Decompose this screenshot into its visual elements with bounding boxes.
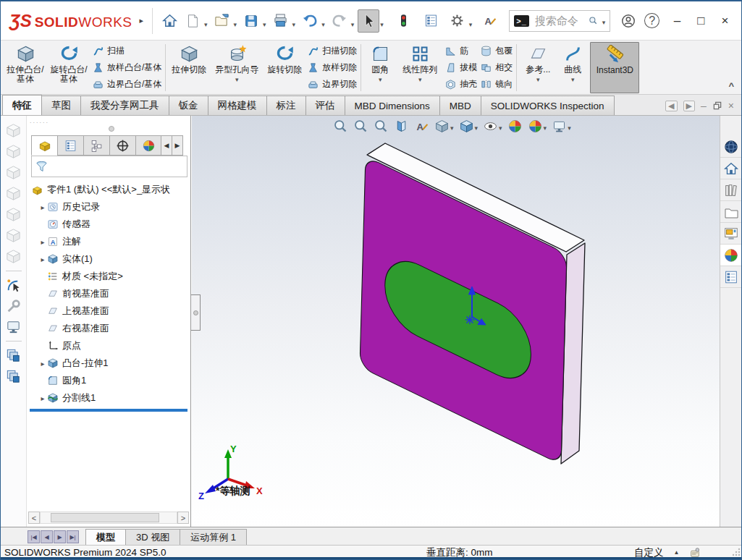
panel-collapse-flap[interactable] [191, 294, 201, 331]
nav-first-icon[interactable]: |◀ [28, 530, 40, 543]
tab-markup[interactable]: 标注 [266, 96, 306, 115]
collapse-ribbon-icon[interactable]: ^ [728, 80, 734, 91]
tab-mbd-dimensions[interactable]: MBD Dimensions [345, 96, 440, 115]
linear-pattern-button[interactable]: 线性阵列 [397, 42, 443, 93]
tree-item-annotations[interactable]: ▸注解 [28, 233, 189, 250]
doc-minimize-icon[interactable]: – [701, 100, 707, 111]
tree-item-boss-extrude[interactable]: ▸凸台-拉伸1 [28, 355, 189, 372]
minimize-button[interactable]: – [665, 10, 689, 32]
open-dropdown[interactable] [234, 21, 237, 28]
boundary-boss-button[interactable]: 边界凸台/基体 [92, 76, 161, 93]
tree-filter-input[interactable] [51, 161, 184, 173]
account-button[interactable] [617, 9, 638, 33]
tab-inspection[interactable]: SOLIDWORKS Inspection [481, 96, 615, 115]
instant3d-button[interactable]: Instant3D [590, 42, 639, 93]
tree-item-solid-bodies[interactable]: ▸实体(1) [28, 250, 189, 268]
nav-next-icon[interactable]: ▶ [54, 530, 66, 543]
tab-motion-study[interactable]: 运动算例 1 [180, 529, 247, 545]
resize-grip[interactable] [732, 548, 741, 556]
redo-button[interactable] [329, 9, 350, 33]
panel-splitter-knob[interactable] [109, 126, 114, 132]
fillet-dropdown[interactable] [379, 75, 382, 84]
tab-feature-tree[interactable] [31, 135, 58, 156]
cube-tool-icon[interactable] [5, 164, 22, 181]
tab-3d-views[interactable]: 3D 视图 [125, 529, 180, 545]
tab-sketch[interactable]: 草图 [41, 96, 81, 115]
scrollbar-thumb[interactable] [51, 513, 159, 522]
tabs-scroll-right-icon[interactable]: ▶ [172, 135, 183, 156]
tab-model[interactable]: 模型 [85, 529, 126, 545]
cube-tool-icon[interactable] [5, 227, 22, 244]
expand-icon[interactable]: ▸ [38, 238, 47, 246]
tab-evaluate[interactable]: 评估 [305, 96, 345, 115]
undo-button[interactable] [299, 9, 321, 33]
options-dropdown[interactable] [469, 21, 473, 28]
expand-icon[interactable]: ▸ [38, 360, 47, 368]
tabs-scroll-left-icon[interactable]: ◀ [161, 135, 172, 156]
intersect-button[interactable]: 相交 [480, 59, 513, 76]
new-document-button[interactable] [182, 9, 203, 33]
tree-item-origin[interactable]: 原点 [28, 337, 189, 355]
extruded-boss-button[interactable]: 拉伸凸台/基体 [4, 42, 47, 93]
copy-settings-icon[interactable] [5, 347, 22, 364]
part-model[interactable]: Y Z X [192, 116, 722, 527]
logo-flyout-icon[interactable]: ▸ [140, 16, 144, 25]
rebuild-button[interactable] [393, 9, 415, 33]
tab-dimxpert[interactable] [109, 135, 136, 156]
rollback-bar[interactable] [30, 409, 187, 412]
tab-mesh-modeling[interactable]: 网格建模 [208, 96, 267, 115]
options-button[interactable] [447, 9, 468, 33]
file-explorer-icon[interactable] [720, 201, 741, 223]
lofted-boss-button[interactable]: 放样凸台/基体 [92, 59, 161, 76]
paste-settings-icon[interactable] [5, 368, 22, 385]
curves-button[interactable]: 曲线 [557, 42, 589, 93]
tab-property-manager[interactable] [57, 135, 84, 156]
revolved-cut-button[interactable]: 旋转切除 [264, 42, 305, 93]
undo-dropdown[interactable] [321, 21, 325, 28]
units-up-icon[interactable]: ▲ [674, 549, 680, 556]
sketch-tool-icon[interactable] [5, 277, 22, 294]
tab-mbd[interactable]: MBD [439, 96, 481, 115]
nav-last-icon[interactable]: ▶| [67, 530, 79, 543]
print-dropdown[interactable] [292, 21, 296, 28]
swept-cut-button[interactable]: 扫描切除 [307, 43, 357, 59]
nav-prev-icon[interactable]: ◀ [41, 530, 53, 543]
tree-item-top-plane[interactable]: 上视基准面 [28, 302, 189, 320]
expand-icon[interactable]: ▸ [38, 394, 47, 402]
mirror-button[interactable]: 镜向 [480, 76, 513, 93]
tree-item-history[interactable]: ▸历史记录 [28, 198, 189, 216]
home-button[interactable] [159, 9, 180, 33]
tree-item-right-plane[interactable]: 右视基准面 [28, 320, 189, 337]
print-button[interactable] [270, 9, 292, 33]
wrench-tool-icon[interactable] [6, 298, 22, 314]
cube-tool-icon[interactable] [5, 143, 22, 160]
reference-geometry-button[interactable]: 参考... [519, 42, 557, 93]
scroll-right-icon[interactable]: > [177, 512, 189, 524]
new-dropdown[interactable] [204, 21, 208, 28]
draft-button[interactable]: 拔模 [444, 59, 477, 76]
redo-dropdown[interactable] [351, 21, 355, 28]
save-button[interactable] [240, 9, 262, 33]
sweep-button[interactable]: 扫描 [92, 43, 161, 59]
tab-sheet-metal[interactable]: 钣金 [169, 96, 208, 115]
select-tool-button[interactable] [358, 9, 379, 33]
tree-filter[interactable] [31, 156, 187, 177]
revolved-boss-button[interactable]: 旋转凸台/基体 [47, 42, 90, 93]
panel-drag-handle[interactable]: ...... [30, 117, 49, 124]
file-properties-button[interactable] [421, 9, 442, 33]
search-icon[interactable] [589, 14, 598, 27]
design-library-icon[interactable] [720, 179, 741, 201]
search-dropdown[interactable] [602, 14, 606, 27]
cube-tool-icon[interactable] [5, 185, 22, 202]
boundary-cut-button[interactable]: 边界切除 [307, 76, 357, 93]
doc-close-icon[interactable]: × [728, 100, 734, 111]
tree-item-split-line[interactable]: ▸分割线1 [28, 389, 189, 407]
tree-horizontal-scrollbar[interactable]: < > [28, 512, 189, 524]
markup-tools-icon[interactable] [478, 9, 500, 33]
select-dropdown[interactable] [380, 21, 384, 28]
cube-tool-icon[interactable] [5, 206, 22, 223]
display-tool-icon[interactable] [5, 318, 22, 335]
custom-properties-icon[interactable] [720, 266, 741, 288]
tab-features[interactable]: 特征 [2, 95, 42, 115]
tree-item-sensors[interactable]: 传感器 [28, 216, 189, 233]
